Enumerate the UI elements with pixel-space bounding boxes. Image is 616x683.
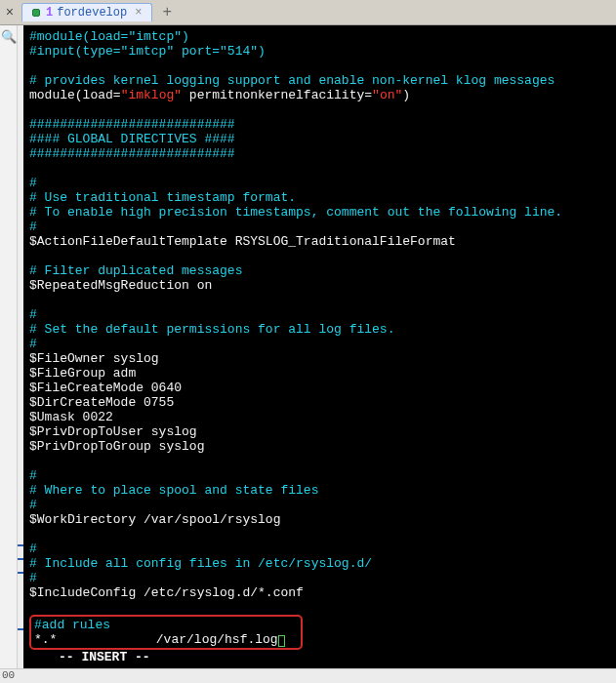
vim-mode-indicator: -- INSERT -- bbox=[29, 650, 150, 664]
code-token: # Set the default permissions for all lo… bbox=[29, 322, 394, 337]
ruler-mark bbox=[18, 558, 23, 560]
ruler-mark bbox=[18, 572, 23, 574]
code-token: $ActionFileDefaultTemplate RSYSLOG_Tradi… bbox=[29, 234, 456, 249]
code-line: $RepeatedMsgReduction on bbox=[29, 278, 610, 293]
code-token: $FileCreateMode 0640 bbox=[29, 381, 182, 395]
code-token: # bbox=[29, 220, 37, 234]
code-line: $FileGroup adm bbox=[29, 366, 610, 381]
code-line: ########################### bbox=[29, 146, 610, 161]
code-token: # To enable high precision timestamps, c… bbox=[29, 205, 562, 220]
code-token: $Umask 0022 bbox=[29, 410, 113, 424]
code-line: # Where to place spool and state files bbox=[29, 483, 610, 498]
code-token: "on" bbox=[372, 88, 402, 102]
code-line: # Filter duplicated messages bbox=[29, 263, 610, 278]
code-token: $RepeatedMsgReduction on bbox=[29, 278, 212, 293]
code-line: *.* /var/log/hsf.log bbox=[34, 632, 298, 647]
code-token: # bbox=[29, 542, 37, 556]
code-line: module(load="imklog" permitnonkernelfaci… bbox=[29, 88, 610, 102]
tabbar-close-button[interactable]: × bbox=[0, 5, 20, 20]
code-line bbox=[29, 102, 610, 117]
code-token: #input(type="imtcp" port="514") bbox=[29, 44, 266, 59]
code-line: # bbox=[29, 176, 610, 190]
code-line: $ActionFileDefaultTemplate RSYSLOG_Tradi… bbox=[29, 234, 610, 249]
ruler-mark bbox=[18, 628, 23, 630]
code-line bbox=[29, 161, 610, 176]
code-token: # Use traditional timestamp format. bbox=[29, 190, 296, 205]
code-token: ########################### bbox=[29, 146, 235, 161]
code-token: permitnonkernelfacility= bbox=[182, 88, 372, 102]
code-line: $PrivDropToUser syslog bbox=[29, 424, 610, 439]
code-line: # bbox=[29, 337, 610, 351]
code-line: $IncludeConfig /etc/rsyslog.d/*.conf bbox=[29, 585, 610, 600]
code-line: $FileOwner syslog bbox=[29, 351, 610, 366]
code-line: $WorkDirectory /var/spool/rsyslog bbox=[29, 512, 610, 527]
code-token: $FileGroup adm bbox=[29, 366, 136, 381]
code-token: # Include all config files in /etc/rsysl… bbox=[29, 556, 372, 571]
code-token: ########################### bbox=[29, 117, 235, 132]
code-token: $DirCreateMode 0755 bbox=[29, 395, 174, 410]
code-line: # Use traditional timestamp format. bbox=[29, 190, 610, 205]
code-token: *.* /var/log/hsf.log bbox=[34, 632, 278, 647]
code-line: # Set the default permissions for all lo… bbox=[29, 322, 610, 337]
code-token: $PrivDropToGroup syslog bbox=[29, 439, 204, 454]
tab-fordevelop[interactable]: 1 fordevelop × bbox=[21, 3, 152, 21]
search-icon[interactable]: 🔍 bbox=[1, 29, 17, 45]
code-line: # Include all config files in /etc/rsysl… bbox=[29, 556, 610, 571]
code-token: # Filter duplicated messages bbox=[29, 263, 242, 278]
code-line: #module(load="imtcp") bbox=[29, 29, 610, 44]
code-line: $FileCreateMode 0640 bbox=[29, 381, 610, 395]
code-line: # provides kernel logging support and en… bbox=[29, 73, 610, 88]
code-line bbox=[29, 600, 610, 615]
code-token: # bbox=[29, 498, 37, 512]
tab-add-button[interactable]: + bbox=[156, 4, 178, 21]
code-token: $IncludeConfig /etc/rsyslog.d/*.conf bbox=[29, 585, 304, 600]
code-token: ) bbox=[402, 88, 410, 102]
highlighted-rules-box: #add rules*.* /var/log/hsf.log bbox=[29, 615, 303, 650]
code-line bbox=[29, 454, 610, 468]
code-line bbox=[29, 293, 610, 307]
code-token: # bbox=[29, 468, 37, 483]
code-line bbox=[29, 59, 610, 73]
code-line: $Umask 0022 bbox=[29, 410, 610, 424]
status-text: 00 bbox=[2, 669, 15, 681]
code-line bbox=[29, 527, 610, 542]
code-line: -- INSERT -- bbox=[29, 650, 610, 664]
tab-number: 1 bbox=[46, 6, 53, 20]
code-line: # bbox=[29, 468, 610, 483]
code-line: #add rules bbox=[34, 618, 298, 632]
editor-area[interactable]: #module(load="imtcp")#input(type="imtcp"… bbox=[23, 25, 616, 668]
code-token: $WorkDirectory /var/spool/rsyslog bbox=[29, 512, 280, 527]
code-token: # provides kernel logging support and en… bbox=[29, 73, 554, 88]
code-line bbox=[29, 249, 610, 263]
code-line: # bbox=[29, 571, 610, 585]
code-token: $PrivDropToUser syslog bbox=[29, 424, 197, 439]
code-line: # bbox=[29, 498, 610, 512]
gutter: 🔍 bbox=[0, 25, 18, 668]
code-line: #### GLOBAL DIRECTIVES #### bbox=[29, 132, 610, 146]
code-token: $FileOwner syslog bbox=[29, 351, 159, 366]
code-token: #module(load="imtcp") bbox=[29, 29, 189, 44]
code-line: # bbox=[29, 220, 610, 234]
tab-close-icon[interactable]: × bbox=[135, 6, 142, 20]
ruler-mark bbox=[18, 544, 23, 546]
code-line: # bbox=[29, 307, 610, 322]
code-token: # bbox=[29, 337, 37, 351]
code-line: # To enable high precision timestamps, c… bbox=[29, 205, 610, 220]
code-line: # bbox=[29, 542, 610, 556]
code-token: module(load= bbox=[29, 88, 121, 102]
tab-status-dot bbox=[32, 9, 40, 17]
left-ruler bbox=[18, 25, 23, 668]
code-line: $DirCreateMode 0755 bbox=[29, 395, 610, 410]
code-line: $PrivDropToGroup syslog bbox=[29, 439, 610, 454]
tab-title: fordevelop bbox=[57, 6, 127, 20]
code-token: # bbox=[29, 307, 37, 322]
code-token: # Where to place spool and state files bbox=[29, 483, 318, 498]
code-token: #### GLOBAL DIRECTIVES #### bbox=[29, 132, 235, 146]
status-bar: 00 bbox=[0, 668, 616, 683]
code-token: "imklog" bbox=[121, 88, 182, 102]
code-line: ########################### bbox=[29, 117, 610, 132]
code-line: #input(type="imtcp" port="514") bbox=[29, 44, 610, 59]
code-token: #add rules bbox=[34, 618, 110, 632]
code-token: # bbox=[29, 176, 37, 190]
cursor bbox=[278, 635, 285, 647]
